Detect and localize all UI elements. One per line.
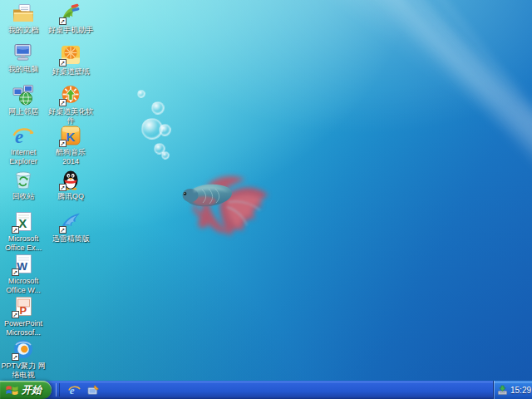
desktop-icon-kugou-music-2014[interactable]: K ➚ 酷狗音乐 2014 bbox=[47, 125, 94, 166]
desktop-icon-label: 我的文档 bbox=[8, 26, 38, 35]
my-documents-icon bbox=[12, 2, 34, 24]
desktop-icon-label: 好桌手机助手 bbox=[48, 26, 93, 35]
svg-text:P: P bbox=[20, 304, 27, 317]
quick-launch-handle[interactable] bbox=[56, 383, 60, 397]
recycle-bin-icon bbox=[12, 169, 34, 190]
haozhuo-phone-assistant-icon: ➚ bbox=[60, 2, 81, 24]
desktop-icon-haozhuo-phone-assistant[interactable]: ➚ 好桌手机助手 bbox=[47, 2, 94, 35]
start-button-label: 开始 bbox=[22, 383, 42, 397]
shortcut-arrow-badge: ➚ bbox=[12, 311, 19, 318]
desktop-icon-label: PowerPoint Microsof... bbox=[4, 319, 42, 337]
svg-text:X: X bbox=[18, 216, 27, 230]
desktop-icon-ms-office-word[interactable]: W ➚ Microsoft Office W... bbox=[0, 254, 47, 295]
shortcut-arrow-badge: ➚ bbox=[12, 353, 19, 361]
shortcut-arrow-badge: ➚ bbox=[12, 226, 19, 234]
desktop-icon-label: 我的电脑 bbox=[8, 65, 38, 74]
bubble bbox=[159, 124, 171, 136]
desktop-icon-internet-explorer[interactable]: e Internet Explorer bbox=[0, 125, 47, 166]
desktop-icon-recycle-bin[interactable]: 回收站 bbox=[0, 169, 47, 201]
desktop-icon-haozhuodao-beautify[interactable]: ➚ 好桌道美化软 件 bbox=[47, 84, 94, 126]
internet-explorer-icon: e bbox=[12, 125, 34, 146]
desktop[interactable]: 我的文档 我的电脑 网 bbox=[0, 0, 532, 381]
shortcut-arrow-badge: ➚ bbox=[59, 99, 66, 106]
word-icon: W ➚ bbox=[12, 254, 34, 275]
desktop-icon-label: Microsoft Office Ex... bbox=[5, 234, 42, 253]
quick-launch-show-desktop[interactable] bbox=[86, 382, 101, 397]
shortcut-arrow-badge: ➚ bbox=[59, 226, 66, 234]
kugou-music-icon: K ➚ bbox=[60, 125, 81, 146]
desktop-icon-label: 酷狗音乐 2014 bbox=[56, 148, 86, 166]
desktop-icon-xunlei-lite[interactable]: ➚ 迅雷精简版 bbox=[47, 211, 94, 244]
haozhuodao-beautify-icon: ➚ bbox=[60, 84, 81, 106]
desktop-icon-pptv[interactable]: ➚ PPTV聚力 网 络电视 bbox=[0, 338, 47, 380]
system-tray: 15:29 bbox=[493, 381, 532, 399]
desktop-icon-label: Microsoft Office W... bbox=[6, 277, 40, 295]
show-desktop-icon bbox=[87, 384, 100, 397]
desktop-icon-ms-office-excel[interactable]: X ➚ Microsoft Office Ex... bbox=[0, 211, 47, 253]
pptv-icon: ➚ bbox=[12, 338, 34, 360]
start-button[interactable]: 开始 bbox=[0, 381, 52, 399]
powerpoint-icon: P ➚ bbox=[12, 296, 34, 318]
desktop-icon-label: Internet Explorer bbox=[9, 148, 37, 166]
shortcut-arrow-badge: ➚ bbox=[59, 140, 66, 147]
tray-clock[interactable]: 15:29 bbox=[510, 386, 531, 395]
bubble bbox=[137, 90, 145, 98]
bubble bbox=[151, 101, 165, 115]
desktop-icon-label: 网上邻居 bbox=[8, 107, 38, 116]
svg-text:K: K bbox=[66, 130, 76, 144]
quick-launch-internet-explorer[interactable]: e bbox=[66, 382, 81, 397]
safely-remove-hardware-icon[interactable] bbox=[497, 385, 508, 396]
desktop-icon-tencent-qq[interactable]: ➚ 腾讯QQ bbox=[47, 169, 94, 201]
betta-fish-wallpaper bbox=[177, 152, 285, 248]
haozhuodao-wallpaper-icon: ➚ bbox=[60, 44, 81, 66]
quick-launch-bar: e bbox=[66, 382, 101, 397]
shortcut-arrow-badge: ➚ bbox=[59, 184, 66, 191]
shortcut-arrow-badge: ➚ bbox=[59, 17, 66, 25]
desktop-icon-label: 好桌道壁纸 bbox=[52, 67, 90, 76]
qq-penguin-icon: ➚ bbox=[60, 169, 81, 190]
desktop-icon-label: 腾讯QQ bbox=[57, 192, 84, 201]
desktop-icon-label: PPTV聚力 网 络电视 bbox=[1, 362, 45, 380]
bubble bbox=[161, 151, 170, 160]
taskbar: 开始 e 15:29 bbox=[0, 381, 532, 399]
desktop-icon-label: 回收站 bbox=[12, 192, 35, 201]
desktop-icon-powerpoint[interactable]: P ➚ PowerPoint Microsof... bbox=[0, 296, 47, 337]
my-computer-icon bbox=[12, 42, 34, 63]
desktop-icon-label: 迅雷精简版 bbox=[52, 234, 90, 244]
desktop-icon-haozhuodao-wallpaper[interactable]: ➚ 好桌道壁纸 bbox=[47, 44, 94, 76]
network-places-icon bbox=[12, 84, 34, 106]
desktop-icon-label: 好桌道美化软 件 bbox=[48, 107, 93, 126]
internet-explorer-icon: e bbox=[68, 384, 81, 397]
excel-icon: X ➚ bbox=[12, 211, 34, 233]
desktop-icon-my-computer[interactable]: 我的电脑 bbox=[0, 42, 47, 74]
shortcut-arrow-badge: ➚ bbox=[59, 59, 66, 66]
windows-logo-icon bbox=[5, 383, 19, 397]
desktop-icon-my-documents[interactable]: 我的文档 bbox=[0, 2, 47, 35]
shortcut-arrow-badge: ➚ bbox=[12, 268, 19, 276]
xunlei-bird-icon: ➚ bbox=[60, 211, 81, 233]
desktop-icon-network-places[interactable]: 网上邻居 bbox=[0, 84, 47, 116]
